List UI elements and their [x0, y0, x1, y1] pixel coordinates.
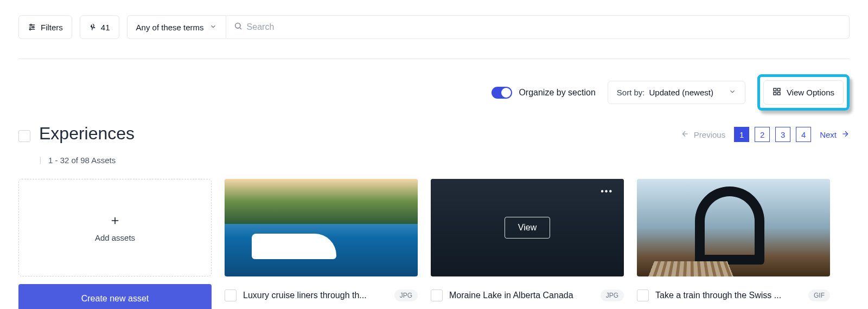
svg-point-3: [33, 27, 34, 28]
search-icon: [234, 22, 242, 33]
asset-thumbnail[interactable]: View •••: [431, 179, 624, 276]
sort-value: Updated (newest): [649, 88, 713, 97]
divider: [18, 59, 850, 59]
svg-point-6: [235, 23, 240, 28]
filetype-badge: JPG: [601, 289, 624, 301]
top-toolbar: Filters 41 Any of these terms: [18, 15, 850, 39]
asset-title: Take a train through the Swiss ...: [655, 291, 802, 300]
view-asset-button[interactable]: View: [505, 217, 550, 239]
page-number[interactable]: 4: [796, 127, 811, 142]
asset-select-checkbox[interactable]: [637, 289, 649, 301]
asset-card: Take a train through the Swiss ... GIF: [637, 179, 830, 301]
pagination: Previous 1 2 3 4 Next: [681, 127, 850, 142]
section-select-all-checkbox[interactable]: [18, 130, 30, 142]
add-assets-label: Add assets: [95, 233, 135, 242]
chevron-down-icon: [729, 88, 736, 97]
svg-rect-11: [777, 92, 780, 95]
sort-select[interactable]: Sort by: Updated (newest): [608, 81, 745, 104]
pinned-count-button[interactable]: 41: [80, 15, 119, 39]
filters-button[interactable]: Filters: [18, 15, 72, 39]
arrow-right-icon: [841, 130, 850, 140]
create-new-asset-button[interactable]: Create new asset: [18, 284, 212, 309]
page-number[interactable]: 3: [775, 127, 790, 142]
view-options-button[interactable]: View Options: [763, 80, 844, 105]
terms-select[interactable]: Any of these terms: [127, 15, 226, 39]
filetype-badge: GIF: [808, 289, 830, 301]
arrow-left-icon: [681, 130, 690, 140]
asset-card: Luxury cruise liners through th... JPG: [225, 179, 418, 301]
section-range: 1 - 32 of 98 Assets: [40, 156, 135, 165]
asset-select-checkbox[interactable]: [431, 289, 443, 301]
terms-label: Any of these terms: [136, 23, 204, 32]
section-header: Experiences 1 - 32 of 98 Assets Previous…: [18, 124, 850, 165]
cards-row: ＋ Add assets Create new asset Luxury cru…: [18, 179, 850, 309]
pager-next[interactable]: Next: [820, 130, 850, 140]
pager-previous[interactable]: Previous: [681, 130, 725, 140]
organize-label: Organize by section: [519, 88, 595, 98]
search-input[interactable]: [242, 16, 841, 38]
svg-rect-9: [777, 88, 780, 91]
pin-icon: [89, 23, 97, 31]
filetype-badge: JPG: [394, 289, 418, 301]
plus-icon: ＋: [108, 214, 122, 227]
section-range-text: 1 - 32 of 98 Assets: [48, 156, 116, 165]
search-field-wrapper: [226, 15, 850, 39]
controls-row: Organize by section Sort by: Updated (ne…: [18, 74, 850, 111]
grid-icon: [773, 87, 781, 98]
thumbnail-illustration: [695, 186, 764, 265]
more-options-icon[interactable]: •••: [601, 186, 613, 196]
page-number[interactable]: 2: [755, 127, 770, 142]
asset-title: Moraine Lake in Alberta Canada: [449, 291, 594, 300]
asset-caption: Take a train through the Swiss ... GIF: [637, 289, 830, 301]
thumbnail-illustration: [252, 234, 337, 259]
filters-label: Filters: [41, 23, 63, 32]
thumbnail-illustration: [648, 261, 733, 276]
asset-select-checkbox[interactable]: [225, 289, 237, 301]
svg-line-7: [240, 28, 241, 29]
add-assets-dropzone[interactable]: ＋ Add assets: [18, 179, 212, 276]
asset-title: Luxury cruise liners through th...: [243, 291, 388, 300]
organize-by-section-toggle[interactable]: Organize by section: [492, 87, 595, 99]
toggle-switch[interactable]: [492, 87, 512, 99]
view-options-label: View Options: [787, 88, 834, 97]
svg-point-1: [30, 24, 32, 26]
svg-rect-8: [774, 88, 776, 91]
page-numbers: 1 2 3 4: [734, 127, 811, 142]
hover-overlay: View: [431, 179, 624, 276]
svg-point-5: [29, 29, 31, 30]
asset-thumbnail[interactable]: [637, 179, 830, 276]
asset-caption: Luxury cruise liners through th... JPG: [225, 289, 418, 301]
asset-thumbnail[interactable]: [225, 179, 418, 276]
pager-previous-label: Previous: [694, 130, 725, 139]
sliders-icon: [28, 23, 36, 31]
svg-rect-10: [774, 92, 776, 95]
asset-caption: Moraine Lake in Alberta Canada JPG: [431, 289, 624, 301]
sort-label: Sort by:: [617, 88, 645, 97]
pager-next-label: Next: [820, 130, 837, 139]
view-options-highlight: View Options: [757, 74, 850, 111]
section-title: Experiences: [39, 124, 135, 144]
add-asset-card: ＋ Add assets Create new asset: [18, 179, 212, 309]
chevron-down-icon: [209, 23, 217, 32]
pin-count: 41: [101, 23, 110, 32]
page-number[interactable]: 1: [734, 127, 749, 142]
asset-card: View ••• Moraine Lake in Alberta Canada …: [431, 179, 624, 301]
